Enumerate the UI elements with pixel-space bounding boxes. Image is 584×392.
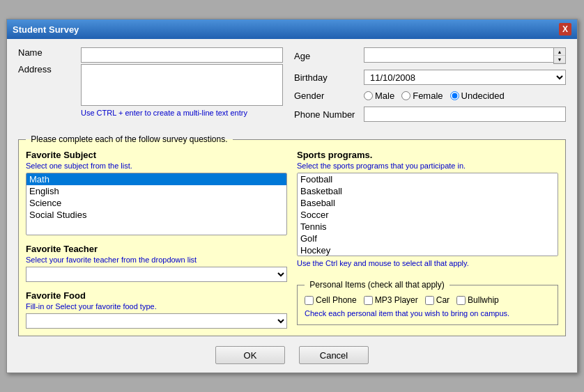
title-bar: Student Survey X	[7, 19, 577, 39]
sport-tennis[interactable]: Tennis	[298, 221, 558, 233]
gender-undecided-option[interactable]: Undecided	[450, 91, 505, 101]
phone-input[interactable]	[364, 107, 566, 122]
age-input-wrap: ▲ ▼	[364, 47, 566, 64]
survey-inner: Favorite Subject Select one subject from…	[26, 150, 558, 329]
address-row: Address	[18, 64, 283, 106]
sport-football[interactable]: Football	[298, 173, 558, 185]
gender-male-radio[interactable]	[364, 91, 373, 100]
mp3-player-checkbox[interactable]	[364, 296, 373, 305]
sports-hint1: Select the sports programs that you part…	[297, 162, 558, 170]
phone-label: Phone Number	[294, 109, 364, 120]
address-hint: Use CTRL + enter to create a multi-line …	[81, 109, 283, 117]
name-input[interactable]	[81, 47, 283, 63]
ok-button[interactable]: OK	[215, 346, 285, 364]
gender-female-option[interactable]: Female	[401, 91, 443, 101]
gender-male-option[interactable]: Male	[364, 91, 394, 101]
age-label: Age	[294, 51, 364, 61]
age-row: Age ▲ ▼	[294, 47, 566, 64]
favorite-food-title: Favorite Food	[26, 290, 287, 301]
checkbox-cell-phone[interactable]: Cell Phone	[305, 295, 357, 305]
favorite-teacher-hint: Select your favorite teacher from the dr…	[26, 256, 287, 264]
sport-hockey[interactable]: Hockey	[298, 244, 558, 256]
subject-social-studies[interactable]: Social Studies	[26, 209, 286, 221]
gender-female-radio[interactable]	[401, 91, 410, 100]
address-input[interactable]	[81, 64, 283, 106]
form-content: Name Address Use CTRL + enter to create …	[7, 39, 577, 373]
window-title: Student Survey	[13, 24, 79, 35]
favorite-subject-hint: Select one subject from the list.	[26, 162, 287, 170]
favorite-food-hint: Fill-in or Select your favorite food typ…	[26, 302, 287, 311]
survey-legend-label: Please complete each of the follow surve…	[26, 134, 233, 144]
gender-undecided-radio[interactable]	[450, 91, 459, 100]
sport-soccer[interactable]: Soccer	[298, 209, 558, 221]
favorite-teacher-title: Favorite Teacher	[26, 244, 287, 254]
favorite-subject-item: Favorite Subject Select one subject from…	[26, 150, 287, 235]
gender-undecided-label: Undecided	[461, 91, 505, 101]
checkbox-mp3-player[interactable]: MP3 Player	[364, 295, 418, 305]
checkbox-bullwhip[interactable]: Bullwhip	[456, 295, 499, 305]
survey-section: Please complete each of the follow surve…	[18, 134, 566, 336]
subject-english[interactable]: English	[26, 185, 286, 197]
checkboxes-row: Cell Phone MP3 Player Car Bullwhip	[305, 295, 551, 305]
bullwhip-label: Bullwhip	[468, 295, 499, 305]
phone-row: Phone Number	[294, 107, 566, 122]
subject-listbox[interactable]: Math English Science Social Studies	[26, 173, 287, 235]
checkbox-car[interactable]: Car	[425, 295, 449, 305]
address-label: Address	[18, 64, 81, 75]
favorite-subject-title: Favorite Subject	[26, 150, 287, 160]
gender-male-label: Male	[375, 91, 394, 101]
sport-basketball[interactable]: Basketball	[298, 185, 558, 197]
cell-phone-checkbox[interactable]	[305, 296, 314, 305]
sports-item: Sports programs. Select the sports progr…	[297, 150, 558, 270]
gender-options: Male Female Undecided	[364, 91, 505, 101]
gender-row: Gender Male Female Undecided	[294, 91, 566, 101]
bottom-buttons: OK Cancel	[18, 346, 566, 364]
birthday-select[interactable]: 11/10/2008	[364, 70, 566, 85]
age-spinners: ▲ ▼	[553, 47, 566, 64]
subject-science[interactable]: Science	[26, 197, 286, 209]
cell-phone-label: Cell Phone	[316, 295, 357, 305]
favorite-teacher-item: Favorite Teacher Select your favorite te…	[26, 244, 287, 282]
sports-title: Sports programs.	[297, 150, 558, 160]
name-label: Name	[18, 47, 81, 58]
gender-female-label: Female	[413, 91, 443, 101]
sport-listbox[interactable]: Football Basketball Baseball Soccer Tenn…	[297, 173, 558, 256]
left-main: Name Address Use CTRL + enter to create …	[18, 47, 283, 127]
close-button[interactable]: X	[559, 23, 571, 36]
car-label: Car	[436, 295, 449, 305]
sport-golf[interactable]: Golf	[298, 233, 558, 244]
survey-title: Please complete each of the follow surve…	[31, 134, 227, 144]
favorite-food-select[interactable]	[26, 313, 287, 329]
age-input[interactable]	[364, 47, 553, 63]
favorite-teacher-select[interactable]	[26, 267, 287, 282]
survey-right: Sports programs. Select the sports progr…	[297, 150, 558, 329]
birthday-label: Birthday	[294, 72, 364, 83]
mp3-player-label: MP3 Player	[375, 295, 418, 305]
bullwhip-checkbox[interactable]	[456, 296, 466, 305]
personal-hint: Check each personal item that you wish t…	[305, 309, 551, 317]
subject-math[interactable]: Math	[26, 173, 286, 185]
birthday-row: Birthday 11/10/2008	[294, 70, 566, 85]
age-up-button[interactable]: ▲	[554, 48, 565, 56]
survey-left: Favorite Subject Select one subject from…	[26, 150, 287, 329]
sports-hint2: Use the Ctrl key and mouse to select all…	[297, 259, 558, 267]
gender-label: Gender	[294, 91, 364, 101]
age-down-button[interactable]: ▼	[554, 56, 565, 63]
student-survey-window: Student Survey X Name Address Use CTRL +…	[6, 19, 578, 373]
top-section: Name Address Use CTRL + enter to create …	[18, 47, 566, 127]
car-checkbox[interactable]	[425, 296, 434, 305]
personal-items-title: Personal Items (check all that apply)	[309, 280, 444, 290]
personal-items-section: Personal Items (check all that apply) Ce…	[297, 280, 558, 325]
personal-items-legend: Personal Items (check all that apply)	[305, 280, 449, 290]
cancel-button[interactable]: Cancel	[299, 346, 369, 364]
name-row: Name	[18, 47, 283, 63]
sport-baseball[interactable]: Baseball	[298, 197, 558, 209]
right-main: Age ▲ ▼ Birthday 11/10/2008	[294, 47, 566, 127]
favorite-food-item: Favorite Food Fill-in or Select your fav…	[26, 290, 287, 329]
